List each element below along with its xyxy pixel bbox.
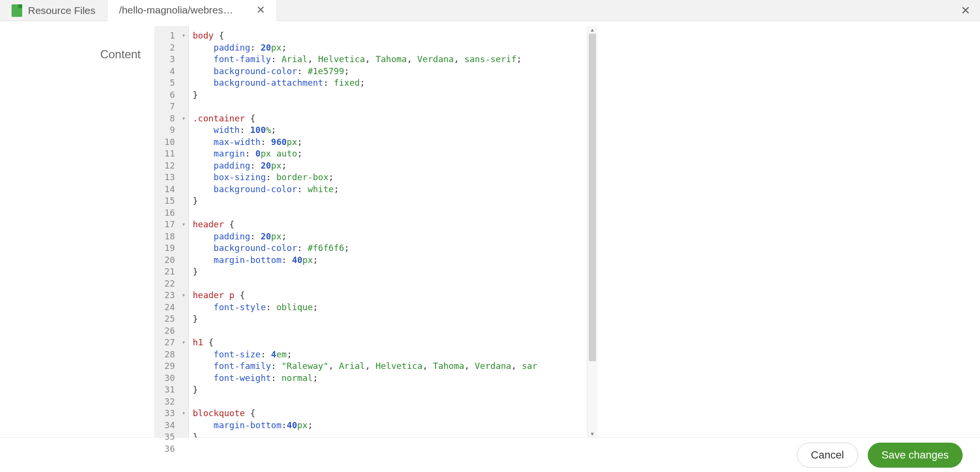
- code-line[interactable]: h1 {: [193, 337, 582, 349]
- code-line[interactable]: font-size: 4em;: [193, 349, 582, 361]
- code-line[interactable]: font-weight: normal;: [193, 372, 582, 384]
- line-number: 19: [154, 242, 188, 254]
- code-line[interactable]: header p {: [193, 289, 582, 302]
- close-icon[interactable]: ✕: [256, 4, 265, 16]
- scrollbar-thumb[interactable]: [589, 34, 596, 361]
- line-number: 6: [154, 89, 188, 101]
- line-number: 16: [154, 207, 188, 219]
- code-line[interactable]: }: [193, 89, 582, 101]
- editor-scrollbar[interactable]: ▴ ▾: [587, 26, 597, 437]
- code-line[interactable]: [193, 325, 582, 337]
- line-number: 22: [154, 278, 188, 290]
- line-number: 28: [154, 349, 188, 361]
- code-line[interactable]: }: [193, 431, 582, 437]
- line-number: 11: [154, 148, 188, 160]
- line-number: 12: [154, 160, 188, 172]
- main-area: Content 12345678910111213141516171819202…: [0, 21, 980, 437]
- line-number: 20: [154, 254, 188, 266]
- code-line[interactable]: max-width: 960px;: [193, 136, 582, 148]
- code-line[interactable]: body {: [193, 30, 582, 42]
- close-dialog-icon[interactable]: ✕: [961, 4, 970, 17]
- tab-file-editor[interactable]: /hello-magnolia/webres… ✕: [107, 0, 277, 21]
- code-line[interactable]: font-family: "Raleway", Arial, Helvetica…: [193, 360, 582, 372]
- line-number: 30: [154, 372, 188, 384]
- left-spacer: Content: [0, 21, 154, 437]
- line-number: 25: [154, 313, 188, 325]
- code-line[interactable]: width: 100%;: [193, 124, 582, 136]
- code-line[interactable]: header {: [193, 219, 582, 231]
- line-number: 14: [154, 184, 188, 196]
- code-line[interactable]: }: [193, 384, 582, 396]
- code-line[interactable]: }: [193, 313, 582, 325]
- line-number: 7: [154, 101, 188, 113]
- code-line[interactable]: [193, 396, 582, 408]
- line-number: 10: [154, 136, 188, 148]
- line-number: 32: [154, 396, 188, 408]
- line-number: 26: [154, 325, 188, 337]
- code-line[interactable]: [193, 101, 582, 113]
- line-number: 29: [154, 360, 188, 372]
- code-line[interactable]: font-family: Arial, Helvetica, Tahoma, V…: [193, 53, 582, 66]
- code-editor[interactable]: 1234567891011121314151617181920212223242…: [154, 26, 597, 437]
- code-line[interactable]: padding: 20px;: [193, 160, 582, 172]
- line-number: 9: [154, 124, 188, 136]
- tab-label: Resource Files: [28, 5, 95, 16]
- line-number: 2: [154, 42, 188, 54]
- line-number: 13: [154, 171, 188, 184]
- line-number: 5: [154, 77, 188, 89]
- line-number: 18: [154, 231, 188, 243]
- line-number: 24: [154, 302, 188, 314]
- line-number: 31: [154, 384, 188, 396]
- content-field-label: Content: [87, 21, 154, 61]
- line-number: 34: [154, 420, 188, 432]
- code-line[interactable]: blockquote {: [193, 407, 582, 420]
- code-line[interactable]: .container {: [193, 113, 582, 125]
- tab-label: /hello-magnolia/webres…: [119, 4, 233, 16]
- line-number: 3: [154, 53, 188, 66]
- code-line[interactable]: margin-bottom:40px;: [193, 420, 582, 432]
- editor-code-area[interactable]: body { padding: 20px; font-family: Arial…: [189, 26, 586, 437]
- save-button[interactable]: Save changes: [868, 443, 963, 468]
- code-line[interactable]: padding: 20px;: [193, 231, 582, 243]
- code-line[interactable]: background-color: white;: [193, 184, 582, 196]
- line-number: 8: [154, 113, 188, 125]
- line-number: 23: [154, 289, 188, 302]
- line-number: 1: [154, 30, 188, 42]
- code-line[interactable]: background-attachment: fixed;: [193, 77, 582, 89]
- file-icon: [12, 4, 22, 17]
- line-number: 4: [154, 66, 188, 78]
- footer-bar: Cancel Save changes: [0, 437, 980, 472]
- code-line[interactable]: }: [193, 195, 582, 207]
- code-line[interactable]: }: [193, 266, 582, 278]
- tab-bar: Resource Files /hello-magnolia/webres… ✕…: [0, 0, 980, 21]
- code-line[interactable]: [193, 207, 582, 219]
- editor-gutter: 1234567891011121314151617181920212223242…: [154, 26, 189, 437]
- line-number: 15: [154, 195, 188, 207]
- code-line[interactable]: background-color: #1e5799;: [193, 66, 582, 78]
- line-number: 17: [154, 219, 188, 231]
- line-number: 27: [154, 337, 188, 349]
- scroll-up-icon[interactable]: ▴: [587, 26, 597, 33]
- line-number: 21: [154, 266, 188, 278]
- line-number: 33: [154, 407, 188, 420]
- code-line[interactable]: [193, 278, 582, 290]
- code-line[interactable]: margin-bottom: 40px;: [193, 254, 582, 266]
- line-number: 35: [154, 431, 188, 443]
- code-line[interactable]: padding: 20px;: [193, 42, 582, 54]
- code-line[interactable]: margin: 0px auto;: [193, 148, 582, 160]
- code-line[interactable]: box-sizing: border-box;: [193, 171, 582, 184]
- cancel-button[interactable]: Cancel: [797, 443, 858, 468]
- scroll-down-icon[interactable]: ▾: [587, 430, 597, 437]
- code-line[interactable]: font-style: oblique;: [193, 302, 582, 314]
- line-number: 36: [154, 443, 188, 455]
- tab-resource-files[interactable]: Resource Files: [0, 0, 107, 21]
- right-pane: [597, 21, 980, 437]
- code-line[interactable]: background-color: #f6f6f6;: [193, 242, 582, 254]
